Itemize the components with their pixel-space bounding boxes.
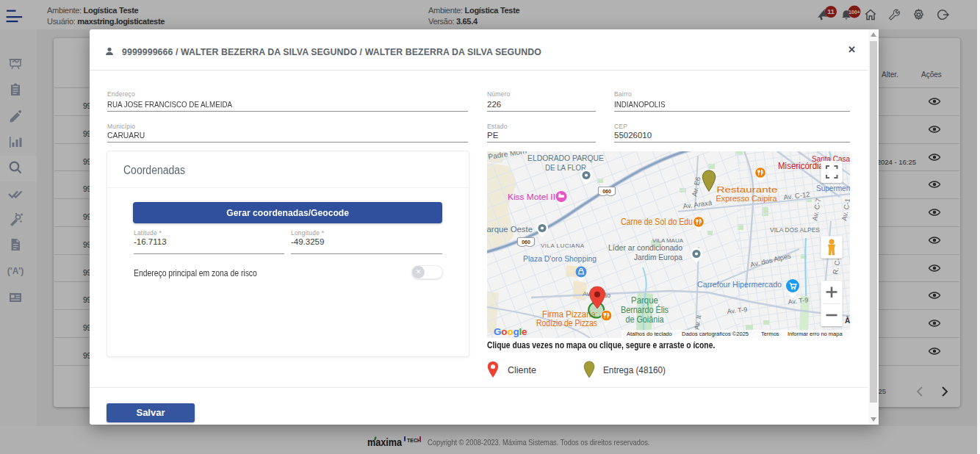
svg-text:Restaurante: Restaurante (717, 185, 778, 194)
svg-text:Parque: Parque (631, 295, 658, 306)
svg-text:Entrega (48160): Entrega (48160) (603, 365, 666, 375)
svg-text:e: e (522, 326, 527, 337)
svg-text:Informar erro no mapa: Informar erro no mapa (788, 331, 843, 337)
svg-text:DE LA FLOR: DE LA FLOR (545, 163, 586, 172)
svg-text:Termos: Termos (761, 331, 779, 337)
svg-text:060: 060 (522, 239, 530, 245)
svg-text:Kiss Motel II: Kiss Motel II (508, 192, 555, 201)
svg-text:Parque Oeste: Parque Oeste (487, 225, 533, 234)
svg-text:o: o (501, 326, 507, 337)
svg-text:Atalhos do teclado: Atalhos do teclado (627, 331, 672, 337)
svg-text:VILA LUCIANA: VILA LUCIANA (541, 242, 585, 249)
svg-text:060: 060 (602, 189, 611, 194)
svg-text:Expresso Caipira: Expresso Caipira (716, 194, 778, 203)
svg-text:Rodízio de Pizzas: Rodízio de Pizzas (536, 318, 597, 328)
svg-text:Cliente: Cliente (508, 365, 536, 375)
svg-text:Bernardo Élis: Bernardo Élis (621, 304, 669, 315)
svg-text:Líder ar condicionado: Líder ar condicionado (608, 243, 682, 252)
svg-text:o: o (507, 326, 513, 337)
svg-text:Plaza D'oro Shopping: Plaza D'oro Shopping (523, 254, 597, 263)
svg-text:g: g (514, 326, 519, 337)
svg-text:Av: Av (583, 290, 591, 298)
svg-text:Supermerc: Supermerc (816, 184, 850, 192)
svg-text:ELDORADO PARQUE: ELDORADO PARQUE (527, 154, 604, 162)
svg-text:Jardim Europa: Jardim Europa (634, 253, 683, 262)
svg-text:Carne de Sol do Edu: Carne de Sol do Edu (621, 217, 693, 227)
svg-text:VILA MAUA: VILA MAUA (652, 237, 684, 244)
svg-text:G: G (494, 326, 502, 337)
svg-text:Dados cartográficos ©2025: Dados cartográficos ©2025 (682, 331, 749, 337)
svg-text:À: À (845, 316, 850, 325)
svg-text:de Goiânia: de Goiânia (626, 314, 664, 325)
svg-text:VILA DOS ALPES: VILA DOS ALPES (770, 226, 820, 234)
svg-text:Carrefour Hipermercado: Carrefour Hipermercado (697, 280, 782, 289)
